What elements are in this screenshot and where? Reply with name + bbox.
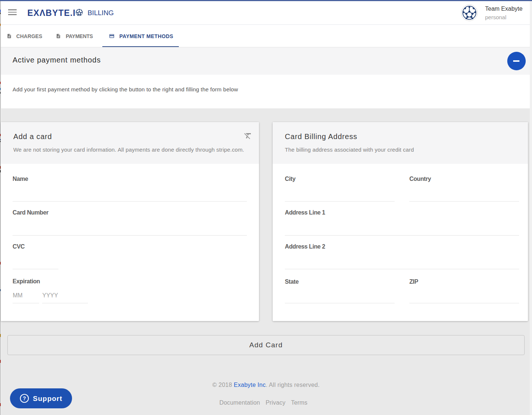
svg-text:?: ? [23,395,26,401]
